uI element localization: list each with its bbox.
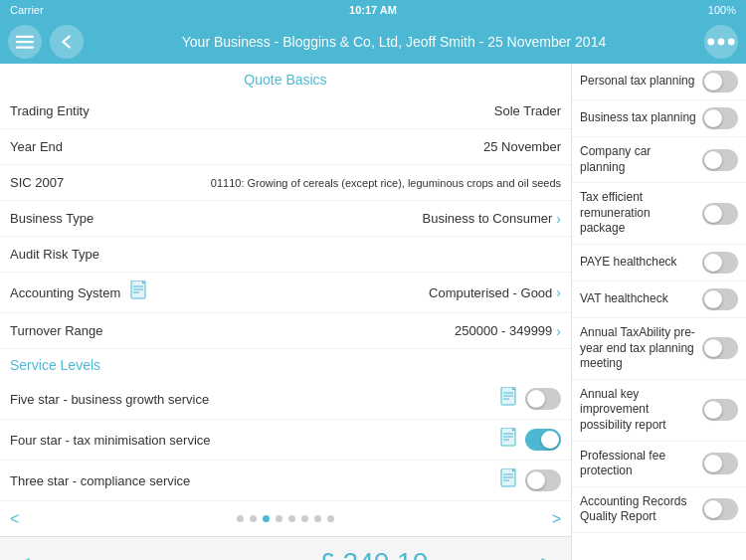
right-item-taxability: Annual TaxAbility pre-year end tax plann…: [572, 318, 746, 380]
right-item-label-company-car: Company car planning: [580, 144, 698, 175]
field-business-type[interactable]: Business Type Business to Consumer ›: [0, 201, 571, 237]
field-turnover[interactable]: Turnover Range 250000 - 349999 ›: [0, 313, 571, 349]
service-icons-five-star: [499, 387, 561, 411]
service-label-five-star: Five star - business growth service: [10, 392, 499, 407]
toggle-knob-personal-tax: [704, 73, 722, 91]
svg-rect-0: [16, 36, 34, 38]
time-label: 10:17 AM: [349, 4, 397, 16]
toggle-professional-fee[interactable]: [702, 453, 738, 474]
field-label-sic: SIC 2007: [10, 175, 129, 190]
service-icons-four-star: [499, 428, 561, 452]
price-label: Price +VAT: [143, 550, 207, 560]
dot-7: [314, 515, 321, 522]
pagination-dots: [237, 507, 334, 530]
back-button[interactable]: [50, 25, 84, 59]
field-audit-risk: Audit Risk Type: [0, 237, 571, 273]
menu-button[interactable]: [8, 25, 42, 59]
page-left-arrow[interactable]: <: [10, 510, 19, 528]
field-accounting-system[interactable]: Accounting System Computerised - Good ›: [0, 273, 571, 313]
field-label-accounting-system: Accounting System: [10, 285, 129, 300]
toggle-tax-efficient[interactable]: [702, 203, 738, 225]
accounting-doc-icon: [129, 280, 149, 304]
nav-title: Your Business - Bloggins & Co, Ltd, Jeof…: [92, 34, 696, 50]
right-item-accounting-records: Accounting Records Quality Report: [572, 487, 746, 533]
toggle-company-car[interactable]: [702, 149, 738, 171]
svg-rect-1: [16, 41, 34, 43]
toggle-three-star[interactable]: [525, 469, 561, 491]
dot-4: [276, 515, 282, 522]
toggle-knob-vat: [704, 290, 722, 308]
dot-6: [301, 515, 308, 522]
five-star-doc-icon: [499, 387, 519, 411]
field-value-year-end: 25 November: [129, 139, 561, 154]
service-label-four-star: Four star - tax minimisation service: [10, 433, 499, 448]
toggle-knob-professional-fee: [704, 455, 722, 472]
toggle-knob-paye: [704, 254, 722, 272]
toggle-annual-key[interactable]: [702, 399, 738, 421]
three-star-doc-icon: [499, 468, 519, 492]
toggle-knob-annual-key: [704, 401, 722, 419]
price-amount: 240.10: [343, 547, 429, 560]
right-item-paye: PAYE healthcheck: [572, 245, 746, 281]
toggle-paye[interactable]: [702, 252, 738, 274]
price-bar: < Price +VAT £ 240.10 > Your investment …: [0, 536, 571, 560]
toggle-knob-three-star: [527, 471, 545, 489]
field-value-business-type: Business to Consumer: [129, 211, 552, 226]
business-type-arrow: ›: [556, 211, 561, 227]
toggle-knob-taxability: [704, 339, 722, 357]
accounting-system-arrow: ›: [556, 284, 561, 300]
toggle-personal-tax[interactable]: [702, 71, 738, 93]
right-item-label-paye: PAYE healthcheck: [580, 255, 698, 271]
dot-8: [327, 515, 334, 522]
four-star-doc-icon: [499, 428, 519, 452]
right-item-label-vat: VAT healthcheck: [580, 291, 698, 307]
field-year-end: Year End 25 November: [0, 129, 571, 165]
right-item-label-business-tax: Business tax planning: [580, 110, 698, 126]
left-panel: Quote Basics Trading Entity Sole Trader …: [0, 64, 572, 560]
svg-rect-2: [16, 47, 34, 49]
toggle-four-star[interactable]: [525, 429, 561, 451]
toggle-vat[interactable]: [702, 288, 738, 310]
right-panel: Personal tax planning Business tax plann…: [572, 64, 746, 560]
toggle-knob-five-star: [527, 390, 545, 408]
toggle-accounting-records[interactable]: [702, 498, 738, 520]
carrier-label: Carrier: [10, 4, 44, 16]
field-value-sic: 01110: Growing of cereals (except rice),…: [129, 177, 561, 189]
status-bar: Carrier 10:17 AM 100%: [0, 0, 746, 20]
right-item-label-annual-key: Annual key improvement possibility repor…: [580, 387, 698, 434]
service-icons-three-star: [499, 468, 561, 492]
right-item-label-taxability: Annual TaxAbility pre-year end tax plann…: [580, 325, 698, 372]
price-right-arrow[interactable]: >: [540, 553, 551, 561]
dot-1: [237, 515, 244, 522]
dot-2: [250, 515, 257, 522]
field-value-accounting-system: Computerised - Good: [153, 285, 552, 300]
right-item-vat: VAT healthcheck: [572, 281, 746, 318]
right-item-label-tax-efficient: Tax efficient remuneration package: [580, 190, 698, 237]
field-label-trading-entity: Trading Entity: [10, 103, 129, 118]
toggle-knob-company-car: [704, 151, 722, 169]
battery-label: 100%: [708, 4, 736, 16]
price-left-arrow[interactable]: <: [20, 553, 31, 561]
toggle-business-tax[interactable]: [702, 107, 738, 129]
svg-point-4: [718, 39, 725, 46]
more-button[interactable]: [704, 25, 738, 59]
page-right-arrow[interactable]: >: [552, 510, 561, 528]
service-row-four-star: Four star - tax minimisation service: [0, 420, 571, 461]
field-sic: SIC 2007 01110: Growing of cereals (exce…: [0, 165, 571, 201]
dot-5: [288, 515, 295, 522]
price-row: < Price +VAT £ 240.10 >: [20, 547, 551, 560]
field-trading-entity: Trading Entity Sole Trader: [0, 93, 571, 129]
toggle-taxability[interactable]: [702, 337, 738, 359]
currency-symbol: £: [319, 547, 335, 560]
right-item-personal-tax: Personal tax planning: [572, 64, 746, 100]
field-label-turnover: Turnover Range: [10, 323, 129, 338]
nav-bar: Your Business - Bloggins & Co, Ltd, Jeof…: [0, 20, 746, 64]
field-label-year-end: Year End: [10, 139, 129, 154]
right-item-label-personal-tax: Personal tax planning: [580, 74, 698, 90]
turnover-arrow: ›: [556, 323, 561, 339]
quote-basics-title: Quote Basics: [0, 64, 571, 93]
svg-point-5: [728, 39, 735, 46]
toggle-five-star[interactable]: [525, 388, 561, 410]
right-item-tax-efficient: Tax efficient remuneration package: [572, 183, 746, 245]
toggle-knob-business-tax: [704, 109, 722, 127]
